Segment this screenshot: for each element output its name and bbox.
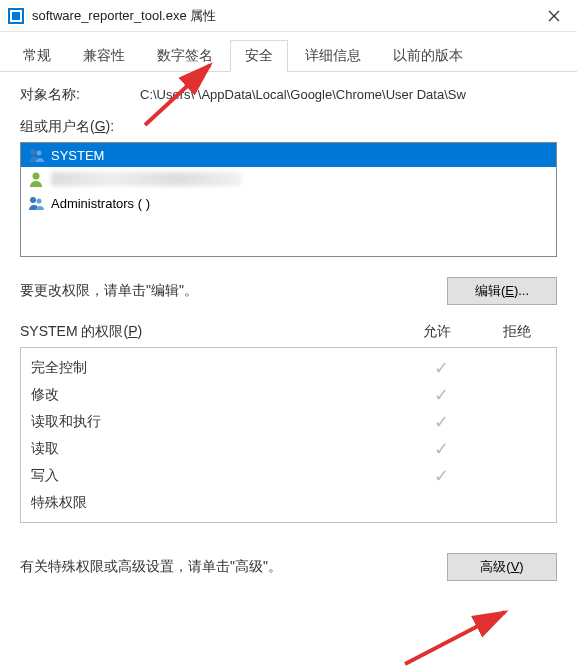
allow-check-icon: ✓ xyxy=(406,438,476,460)
advanced-hint: 有关特殊权限或高级设置，请单击"高级"。 xyxy=(20,558,447,576)
tab-digital-signatures[interactable]: 数字签名 xyxy=(142,40,228,71)
perm-name: 修改 xyxy=(31,386,406,404)
list-item-user[interactable] xyxy=(21,167,556,191)
list-item-system[interactable]: SYSTEM xyxy=(21,143,556,167)
svg-point-5 xyxy=(30,197,36,203)
close-button[interactable] xyxy=(531,0,577,32)
tab-general[interactable]: 常规 xyxy=(8,40,66,71)
tab-details[interactable]: 详细信息 xyxy=(290,40,376,71)
advanced-row: 有关特殊权限或高级设置，请单击"高级"。 高级(V) xyxy=(20,553,557,581)
perm-row: 完全控制 ✓ xyxy=(31,354,546,381)
perm-row: 修改 ✓ xyxy=(31,381,546,408)
perm-name: 完全控制 xyxy=(31,359,406,377)
app-icon xyxy=(8,8,24,24)
tab-previous-versions[interactable]: 以前的版本 xyxy=(378,40,478,71)
deny-header: 拒绝 xyxy=(477,323,557,341)
allow-check-icon: ✓ xyxy=(406,465,476,487)
object-name-value: C:\Users\ \AppData\Local\Google\Chrome\U… xyxy=(140,87,557,102)
users-icon xyxy=(27,146,45,164)
tabs: 常规 兼容性 数字签名 安全 详细信息 以前的版本 xyxy=(0,32,577,72)
allow-check-icon: ✓ xyxy=(406,384,476,406)
tab-security[interactable]: 安全 xyxy=(230,40,288,72)
permissions-box: 完全控制 ✓ 修改 ✓ 读取和执行 ✓ 读取 ✓ 写入 ✓ 特殊权限 xyxy=(20,347,557,523)
group-users-label: 组或用户名(G): xyxy=(20,118,557,136)
list-item-label: Administrators ( ) xyxy=(51,196,150,211)
perm-row: 特殊权限 xyxy=(31,489,546,516)
allow-header: 允许 xyxy=(397,323,477,341)
permissions-title: SYSTEM 的权限(P) xyxy=(20,323,397,341)
person-icon xyxy=(27,170,45,188)
perm-name: 读取 xyxy=(31,440,406,458)
perm-row: 读取和执行 ✓ xyxy=(31,408,546,435)
edit-row: 要更改权限，请单击"编辑"。 编辑(E)... xyxy=(20,277,557,305)
object-name-row: 对象名称: C:\Users\ \AppData\Local\Google\Ch… xyxy=(20,86,557,104)
perm-name: 特殊权限 xyxy=(31,494,406,512)
window-title: software_reporter_tool.exe 属性 xyxy=(32,7,531,25)
permissions-header: SYSTEM 的权限(P) 允许 拒绝 xyxy=(20,323,557,341)
svg-point-4 xyxy=(33,173,40,180)
group-users-listbox[interactable]: SYSTEM Administrators ( ) xyxy=(20,142,557,257)
svg-point-2 xyxy=(30,149,36,155)
list-item-label: SYSTEM xyxy=(51,148,104,163)
allow-check-icon: ✓ xyxy=(406,411,476,433)
redacted-text xyxy=(51,172,241,186)
allow-check-icon: ✓ xyxy=(406,357,476,379)
list-item-administrators[interactable]: Administrators ( ) xyxy=(21,191,556,215)
tab-content: 对象名称: C:\Users\ \AppData\Local\Google\Ch… xyxy=(0,72,577,581)
perm-name: 读取和执行 xyxy=(31,413,406,431)
perm-name: 写入 xyxy=(31,467,406,485)
svg-point-6 xyxy=(37,199,42,204)
svg-rect-1 xyxy=(12,12,20,20)
edit-hint: 要更改权限，请单击"编辑"。 xyxy=(20,282,447,300)
annotation-arrow-icon xyxy=(395,604,525,670)
svg-point-3 xyxy=(37,151,42,156)
titlebar: software_reporter_tool.exe 属性 xyxy=(0,0,577,32)
perm-row: 读取 ✓ xyxy=(31,435,546,462)
users-icon xyxy=(27,194,45,212)
edit-button[interactable]: 编辑(E)... xyxy=(447,277,557,305)
object-name-label: 对象名称: xyxy=(20,86,140,104)
tab-compat[interactable]: 兼容性 xyxy=(68,40,140,71)
advanced-button[interactable]: 高级(V) xyxy=(447,553,557,581)
perm-row: 写入 ✓ xyxy=(31,462,546,489)
